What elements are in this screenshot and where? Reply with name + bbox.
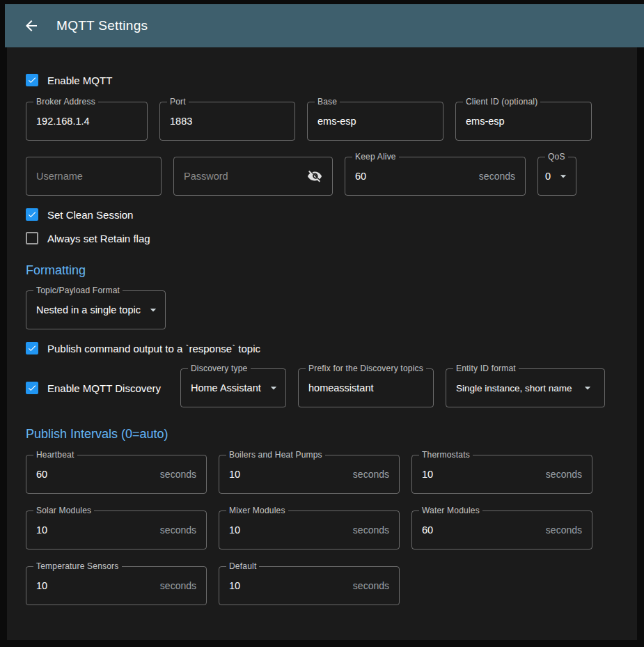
interval-label: Temperature Sensors [33, 561, 122, 571]
base-field[interactable]: Base ems-esp [307, 102, 443, 141]
broker-row: Broker Address 192.168.1.4 Port 1883 Bas… [26, 102, 618, 141]
interval-solar-field[interactable]: Solar Modules 10 seconds [26, 510, 207, 549]
publish-response-label: Publish command output to a `response` t… [47, 343, 260, 354]
interval-value: 10 [229, 524, 240, 536]
entity-id-format-select[interactable]: Entity ID format Single instance, short … [446, 368, 605, 407]
enable-discovery-checkbox[interactable] [26, 382, 38, 394]
topic-format-select[interactable]: Topic/Payload Format Nested in a single … [26, 290, 166, 329]
page-title: MQTT Settings [56, 18, 148, 33]
topic-format-label: Topic/Payload Format [33, 286, 123, 295]
clean-session-checkbox[interactable] [26, 208, 38, 221]
interval-label: Water Modules [419, 506, 482, 515]
base-value: ems-esp [317, 116, 356, 127]
interval-mixer-field[interactable]: Mixer Modules 10 seconds [219, 510, 400, 549]
password-placeholder: Password [184, 171, 228, 182]
clean-session-label: Set Clean Session [47, 209, 133, 221]
interval-suffix: seconds [160, 469, 196, 480]
interval-value: 60 [422, 524, 433, 536]
base-label: Base [315, 97, 340, 107]
check-icon [27, 383, 37, 393]
retain-flag-checkbox[interactable] [26, 232, 38, 244]
interval-boilers-field[interactable]: Boilers and Heat Pumps 10 seconds [219, 455, 400, 494]
app-bar: MQTT Settings [5, 4, 644, 47]
username-placeholder: Username [36, 171, 83, 182]
interval-value: 10 [36, 524, 47, 536]
interval-value: 10 [229, 580, 240, 591]
check-icon [27, 75, 37, 85]
interval-label: Boilers and Heat Pumps [226, 450, 325, 460]
enable-discovery-row[interactable]: Enable MQTT Discovery [26, 382, 168, 394]
credentials-row: Username Password Keep Alive 60 seconds … [26, 157, 618, 196]
publish-response-checkbox[interactable] [26, 342, 38, 354]
dropdown-caret-icon [267, 381, 281, 395]
entity-id-format-value: Single instance, short name [456, 383, 572, 393]
discovery-prefix-value: homeassistant [308, 382, 374, 393]
entity-id-format-label: Entity ID format [453, 364, 519, 373]
visibility-off-icon [307, 169, 322, 184]
interval-suffix: seconds [353, 580, 389, 591]
publish-intervals-heading: Publish Intervals (0=auto) [26, 427, 618, 442]
interval-label: Thermostats [419, 450, 473, 460]
discovery-prefix-label: Prefix for the Discovery topics [306, 364, 426, 373]
settings-panel: Enable MQTT Broker Address 192.168.1.4 P… [7, 47, 637, 640]
discovery-type-value: Home Assistant [191, 382, 261, 393]
interval-suffix: seconds [160, 524, 196, 536]
check-icon [27, 210, 37, 219]
discovery-prefix-field[interactable]: Prefix for the Discovery topics homeassi… [298, 368, 434, 407]
interval-value: 10 [422, 469, 433, 480]
topic-format-row: Topic/Payload Format Nested in a single … [26, 290, 618, 329]
broker-address-label: Broker Address [33, 97, 98, 107]
interval-label: Mixer Modules [226, 506, 288, 515]
qos-select[interactable]: QoS 0 [537, 157, 576, 196]
discovery-type-select[interactable]: Discovery type Home Assistant [180, 368, 286, 407]
enable-mqtt-label: Enable MQTT [47, 75, 112, 86]
interval-default-field[interactable]: Default 10 seconds [219, 566, 400, 605]
dropdown-caret-icon [581, 381, 595, 395]
keep-alive-label: Keep Alive [352, 152, 399, 162]
client-id-label: Client ID (optional) [463, 97, 540, 107]
interval-value: 10 [36, 580, 47, 591]
username-field[interactable]: Username [26, 157, 162, 196]
enable-mqtt-checkbox[interactable] [26, 74, 38, 86]
publish-response-row[interactable]: Publish command output to a `response` t… [26, 342, 618, 354]
clean-session-row[interactable]: Set Clean Session [26, 208, 618, 221]
retain-flag-label: Always set Retain flag [47, 233, 150, 244]
interval-suffix: seconds [546, 469, 582, 480]
interval-heartbeat-field[interactable]: Heartbeat 60 seconds [26, 455, 207, 494]
interval-suffix: seconds [160, 580, 196, 591]
broker-address-field[interactable]: Broker Address 192.168.1.4 [26, 102, 148, 141]
qos-value: 0 [545, 171, 551, 182]
check-icon [27, 343, 37, 353]
port-label: Port [167, 97, 189, 107]
interval-suffix: seconds [546, 524, 582, 536]
keep-alive-suffix: seconds [479, 171, 515, 182]
interval-label: Default [226, 561, 259, 571]
broker-address-value: 192.168.1.4 [36, 116, 90, 127]
interval-thermostats-field[interactable]: Thermostats 10 seconds [411, 455, 592, 494]
dropdown-caret-icon [556, 169, 570, 183]
interval-temperature-sensors-field[interactable]: Temperature Sensors 10 seconds [26, 566, 207, 605]
enable-mqtt-row[interactable]: Enable MQTT [26, 74, 618, 86]
keep-alive-value: 60 [355, 171, 366, 182]
interval-water-field[interactable]: Water Modules 60 seconds [411, 510, 592, 549]
toggle-password-visibility-button[interactable] [307, 169, 322, 184]
interval-suffix: seconds [353, 524, 389, 536]
discovery-row: Enable MQTT Discovery Discovery type Hom… [26, 368, 618, 407]
interval-suffix: seconds [353, 469, 389, 480]
retain-flag-row[interactable]: Always set Retain flag [26, 232, 618, 244]
port-value: 1883 [170, 116, 192, 127]
discovery-type-label: Discovery type [188, 364, 251, 373]
port-field[interactable]: Port 1883 [159, 102, 295, 141]
interval-value: 60 [36, 469, 47, 480]
enable-discovery-label: Enable MQTT Discovery [47, 382, 161, 394]
qos-label: QoS [545, 152, 568, 162]
interval-label: Solar Modules [33, 506, 94, 515]
dropdown-caret-icon [146, 303, 160, 317]
arrow-back-icon [23, 17, 40, 34]
intervals-grid: Heartbeat 60 seconds Boilers and Heat Pu… [26, 455, 618, 605]
keep-alive-field[interactable]: Keep Alive 60 seconds [345, 157, 526, 196]
interval-value: 10 [229, 469, 240, 480]
back-button[interactable] [17, 12, 45, 40]
client-id-field[interactable]: Client ID (optional) ems-esp [455, 102, 592, 141]
password-field[interactable]: Password [173, 157, 333, 196]
